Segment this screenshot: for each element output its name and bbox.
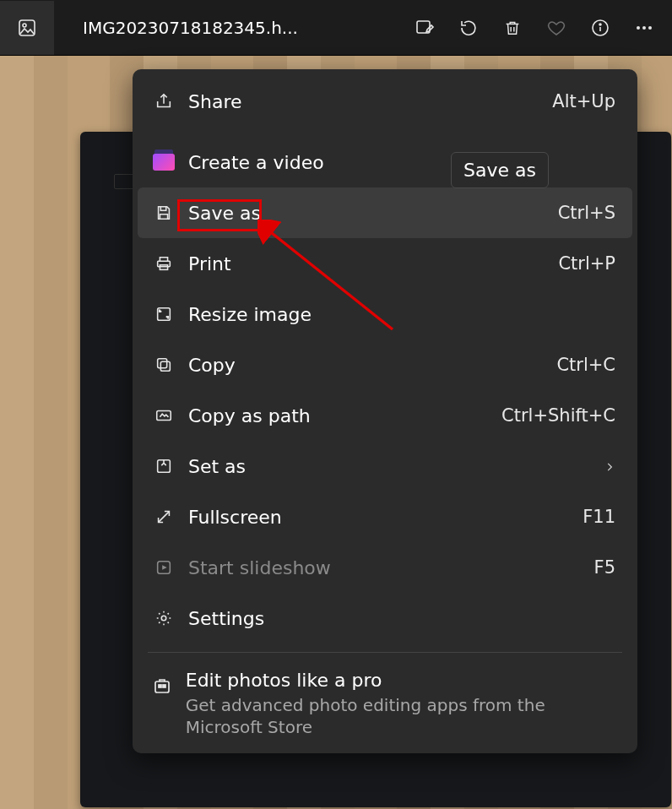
app-icon-button[interactable] xyxy=(0,1,54,55)
menu-label: Fullscreen xyxy=(188,507,282,528)
share-icon xyxy=(151,89,176,114)
save-icon xyxy=(151,200,176,225)
menu-slideshow: Start slideshow F5 xyxy=(138,542,632,593)
titlebar-actions xyxy=(414,17,655,39)
menu-label: Set as xyxy=(188,456,246,477)
svg-point-6 xyxy=(642,26,646,30)
heart-icon xyxy=(546,18,566,38)
menu-set-as[interactable]: Set as xyxy=(138,441,632,491)
menu-label: Print xyxy=(188,253,231,274)
menu-label: Copy as path xyxy=(188,405,311,426)
image-icon xyxy=(17,18,37,38)
menu-promo[interactable]: Edit photos like a pro Get advanced phot… xyxy=(138,661,632,738)
menu-create-video[interactable]: Create a video xyxy=(138,137,632,187)
menu-label: Copy xyxy=(188,355,236,376)
menu-copy-path[interactable]: Copy as path Ctrl+Shift+C xyxy=(138,390,632,441)
menu-label: Create a video xyxy=(188,152,324,173)
menu-label: Save as xyxy=(188,203,261,224)
menu-resize[interactable]: Resize image xyxy=(138,289,632,339)
more-button[interactable] xyxy=(633,17,655,39)
svg-rect-0 xyxy=(19,20,35,35)
resize-icon xyxy=(151,301,176,327)
menu-label: Resize image xyxy=(188,304,312,325)
menu-save-as[interactable]: Save as Ctrl+S xyxy=(138,187,632,238)
svg-point-5 xyxy=(637,26,640,30)
slideshow-icon xyxy=(151,555,176,580)
menu-shortcut: Ctrl+P xyxy=(558,253,615,274)
menu-shortcut: Ctrl+Shift+C xyxy=(501,405,615,426)
more-icon xyxy=(634,18,654,38)
menu-fullscreen[interactable]: Fullscreen F11 xyxy=(138,491,632,542)
delete-button[interactable] xyxy=(501,17,523,39)
promo-subtitle: Get advanced photo editing apps from the… xyxy=(186,694,624,738)
fullscreen-icon xyxy=(151,504,176,529)
favourite-button[interactable] xyxy=(545,17,567,39)
svg-rect-12 xyxy=(158,359,167,368)
svg-point-1 xyxy=(23,24,26,27)
titlebar: IMG20230718182345.h... xyxy=(0,0,672,56)
menu-label: Settings xyxy=(188,608,264,629)
menu-share[interactable]: Share Alt+Up xyxy=(138,76,632,127)
svg-rect-11 xyxy=(160,361,170,371)
gear-icon xyxy=(151,605,176,631)
rotate-icon xyxy=(458,18,479,38)
set-as-icon xyxy=(151,453,176,479)
edit-image-button[interactable] xyxy=(414,17,436,39)
menu-shortcut: Ctrl+C xyxy=(556,355,615,375)
edit-image-icon xyxy=(415,18,435,38)
store-icon xyxy=(151,673,174,698)
copy-path-icon xyxy=(151,403,176,428)
menu-shortcut: F11 xyxy=(583,507,615,527)
menu-settings[interactable]: Settings xyxy=(138,593,632,643)
menu-shortcut: F5 xyxy=(594,557,615,578)
menu-shortcut: Alt+Up xyxy=(552,91,615,111)
svg-rect-9 xyxy=(160,265,167,270)
chevron-right-icon xyxy=(604,456,615,477)
info-button[interactable] xyxy=(589,17,611,39)
clipchamp-icon xyxy=(151,149,176,175)
svg-rect-17 xyxy=(155,681,169,692)
file-name: IMG20230718182345.h... xyxy=(83,18,298,38)
svg-rect-19 xyxy=(163,685,165,687)
menu-label: Share xyxy=(188,91,242,112)
info-icon xyxy=(590,18,610,38)
promo-title: Edit photos like a pro xyxy=(186,670,624,691)
context-menu: Share Alt+Up Create a video Save as Ctrl… xyxy=(133,69,637,753)
svg-point-16 xyxy=(161,616,166,621)
menu-copy[interactable]: Copy Ctrl+C xyxy=(138,339,632,390)
menu-separator xyxy=(148,652,622,653)
menu-shortcut: Ctrl+S xyxy=(558,203,615,223)
rotate-button[interactable] xyxy=(458,17,480,39)
svg-point-4 xyxy=(599,24,601,25)
svg-point-7 xyxy=(648,26,652,30)
menu-print[interactable]: Print Ctrl+P xyxy=(138,238,632,289)
menu-label: Start slideshow xyxy=(188,557,331,578)
copy-icon xyxy=(151,352,176,377)
trash-icon xyxy=(503,18,522,38)
svg-rect-18 xyxy=(159,685,161,687)
tooltip-save-as: Save as xyxy=(451,152,549,188)
print-icon xyxy=(151,251,176,276)
